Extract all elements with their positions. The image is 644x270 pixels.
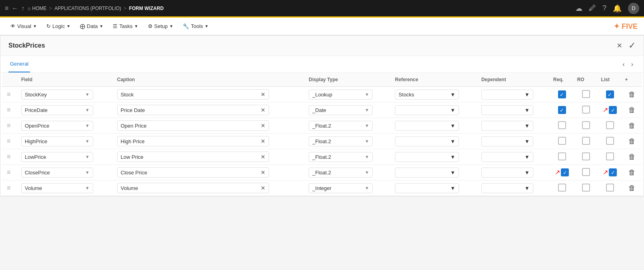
display-select[interactable]: _Float.2 ▼ — [309, 152, 373, 162]
field-select[interactable]: HighPrice ▼ — [21, 136, 93, 146]
back-icon[interactable]: ← — [12, 5, 18, 12]
display-select[interactable]: _Date ▼ — [309, 105, 373, 115]
dependent-select[interactable]: ▼ — [481, 121, 533, 131]
list-checkbox[interactable] — [609, 168, 617, 176]
delete-icon[interactable]: 🗑 — [627, 168, 637, 176]
caption-clear-icon[interactable]: ✕ — [261, 122, 265, 129]
robot-icon[interactable]: 🖉 — [589, 4, 596, 12]
req-checkbox[interactable] — [558, 152, 566, 160]
breadcrumb-applications[interactable]: APPLICATIONS (PORTFOLIO) — [54, 6, 121, 11]
ro-checkbox[interactable] — [582, 137, 590, 145]
tab-general[interactable]: General — [8, 56, 30, 72]
req-checkbox[interactable] — [558, 137, 566, 145]
field-select[interactable]: ClosePrice ▼ — [21, 168, 93, 178]
caption-input[interactable]: Close Price ✕ — [117, 167, 269, 178]
avatar[interactable]: D — [628, 3, 639, 14]
display-select[interactable]: _Float.2 ▼ — [309, 121, 373, 131]
caption-clear-icon[interactable]: ✕ — [261, 91, 265, 98]
dependent-select[interactable]: ▼ — [481, 168, 533, 178]
reference-select[interactable]: ▼ — [395, 121, 459, 131]
th-add[interactable]: + — [622, 73, 642, 87]
drag-handle[interactable]: ≡ — [5, 153, 12, 160]
display-select[interactable]: _Lookup ▼ — [309, 90, 373, 100]
req-checkbox[interactable] — [558, 90, 566, 98]
dependent-select[interactable]: ▼ — [481, 90, 533, 100]
caption-input[interactable]: Low Price ✕ — [117, 152, 269, 162]
list-checkbox[interactable] — [606, 152, 614, 160]
ro-checkbox[interactable] — [582, 90, 590, 98]
delete-icon[interactable]: 🗑 — [627, 137, 637, 145]
req-checkbox[interactable] — [558, 184, 566, 192]
field-select[interactable]: StockKey ▼ — [21, 90, 93, 100]
delete-icon[interactable]: 🗑 — [627, 106, 637, 114]
drag-handle[interactable]: ≡ — [5, 138, 12, 144]
caption-clear-icon[interactable]: ✕ — [261, 169, 265, 176]
delete-icon[interactable]: 🗑 — [627, 184, 637, 192]
caption-input[interactable]: Volume ✕ — [117, 183, 269, 193]
display-select[interactable]: _Float.2 ▼ — [309, 136, 373, 146]
caption-clear-icon[interactable]: ✕ — [261, 154, 265, 160]
reference-select[interactable]: ▼ — [395, 183, 459, 193]
drag-handle[interactable]: ≡ — [5, 169, 12, 176]
breadcrumb-formwizard[interactable]: FORM WIZARD — [129, 6, 164, 11]
display-select[interactable]: _Float.2 ▼ — [309, 168, 373, 178]
reference-select[interactable]: ▼ — [395, 152, 459, 162]
list-checkbox[interactable] — [606, 121, 614, 129]
drag-handle[interactable]: ≡ — [5, 122, 12, 129]
menu-icon[interactable]: ≡ — [5, 5, 8, 12]
help-icon[interactable]: ? — [602, 4, 606, 12]
req-checkbox[interactable] — [558, 121, 566, 129]
caption-clear-icon[interactable]: ✕ — [261, 107, 265, 113]
delete-icon[interactable]: 🗑 — [627, 122, 637, 130]
ro-checkbox[interactable] — [582, 168, 590, 176]
nav-tasks[interactable]: ☰ Tasks ▼ — [109, 21, 142, 32]
breadcrumb-home[interactable]: ⌂ HOME — [28, 6, 46, 11]
dependent-select[interactable]: ▼ — [481, 183, 533, 193]
bell-icon[interactable]: 🔔 — [613, 4, 622, 13]
ro-checkbox[interactable] — [582, 121, 590, 129]
nav-logic[interactable]: ↻ Logic ▼ — [42, 21, 74, 32]
delete-icon[interactable]: 🗑 — [627, 153, 637, 161]
field-select[interactable]: Volume ▼ — [21, 183, 93, 193]
dependent-select[interactable]: ▼ — [481, 105, 533, 115]
up-icon[interactable]: ↑ — [21, 5, 24, 12]
delete-icon[interactable]: 🗑 — [627, 90, 637, 98]
tab-next-icon[interactable]: › — [629, 59, 636, 70]
field-select[interactable]: OpenPrice ▼ — [21, 121, 93, 131]
cloud-icon[interactable]: ☁ — [575, 4, 582, 13]
drag-handle[interactable]: ≡ — [5, 184, 12, 191]
ro-checkbox[interactable] — [582, 106, 590, 114]
confirm-button[interactable]: ✓ — [628, 40, 636, 51]
caption-input[interactable]: Stock ✕ — [117, 89, 269, 100]
req-checkbox[interactable] — [561, 168, 569, 176]
list-checkbox[interactable] — [606, 184, 614, 192]
nav-tools[interactable]: 🔧 Tools ▼ — [179, 21, 212, 32]
display-select[interactable]: _Integer ▼ — [309, 183, 373, 193]
caption-input[interactable]: Price Date ✕ — [117, 105, 269, 115]
reference-select[interactable]: ▼ — [395, 136, 459, 146]
ro-checkbox[interactable] — [582, 152, 590, 160]
reference-select[interactable]: ▼ — [395, 168, 459, 178]
field-select[interactable]: LowPrice ▼ — [21, 152, 93, 162]
drag-handle[interactable]: ≡ — [5, 91, 12, 98]
reference-select[interactable]: Stocks ▼ — [395, 90, 459, 100]
list-checkbox[interactable] — [606, 137, 614, 145]
nav-visual[interactable]: 👁 Visual ▼ — [6, 21, 41, 32]
nav-setup[interactable]: ⚙ Setup ▼ — [144, 21, 177, 32]
ro-checkbox[interactable] — [582, 184, 590, 192]
req-checkbox[interactable] — [558, 106, 566, 114]
nav-data[interactable]: ⨁ Data ▼ — [76, 21, 107, 32]
drag-handle[interactable]: ≡ — [5, 106, 12, 113]
tab-prev-icon[interactable]: ‹ — [620, 59, 627, 70]
caption-clear-icon[interactable]: ✕ — [261, 138, 265, 144]
list-checkbox[interactable] — [609, 106, 617, 114]
close-button[interactable]: × — [617, 40, 622, 51]
list-checkbox[interactable] — [606, 90, 614, 98]
dependent-select[interactable]: ▼ — [481, 152, 533, 162]
caption-clear-icon[interactable]: ✕ — [261, 185, 265, 191]
field-select[interactable]: PriceDate ▼ — [21, 105, 93, 115]
caption-input[interactable]: Open Price ✕ — [117, 120, 269, 131]
reference-select[interactable]: ▼ — [395, 105, 459, 115]
caption-input[interactable]: High Price ✕ — [117, 136, 269, 146]
dependent-select[interactable]: ▼ — [481, 136, 533, 146]
